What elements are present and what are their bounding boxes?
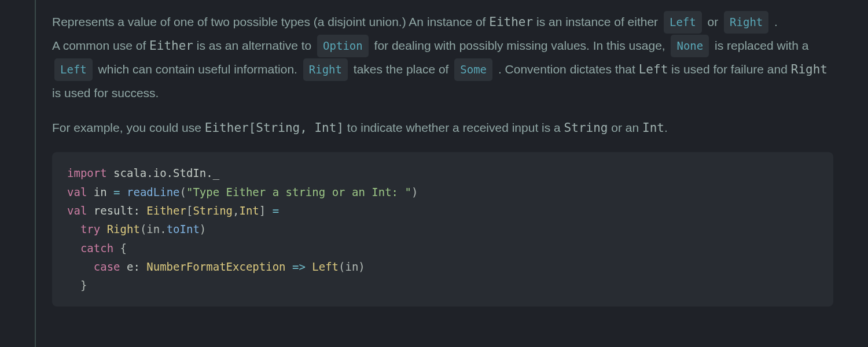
- code-punct: (in): [339, 260, 365, 273]
- text: or an: [608, 121, 642, 134]
- code-op: =: [273, 204, 279, 217]
- text: is as an alternative to: [193, 39, 315, 52]
- text: is used for failure and: [668, 62, 790, 76]
- code-punct: (in.: [140, 223, 167, 235]
- text: to indicate whether a received input is …: [344, 121, 564, 134]
- code-type: Int: [239, 204, 259, 217]
- code-punct: ,: [233, 204, 239, 217]
- link-right[interactable]: Right: [303, 58, 348, 81]
- code-punct: (: [180, 186, 186, 198]
- code-text: result:: [87, 204, 146, 217]
- code-text: [100, 223, 106, 235]
- text: .: [771, 15, 778, 28]
- code-keyword: try: [80, 223, 100, 235]
- doc-panel: Represents a value of one of two possibl…: [0, 0, 868, 347]
- code-text: [120, 186, 127, 198]
- code-punct: {: [113, 242, 127, 254]
- text: For example, you could use: [52, 121, 205, 134]
- code-string: "Type Either a string or an Int: ": [186, 186, 411, 198]
- code-type: Right: [107, 223, 140, 235]
- text: or: [704, 15, 722, 28]
- code-punct: [: [186, 204, 193, 217]
- link-left[interactable]: Left: [54, 58, 93, 81]
- code-indent: [67, 260, 94, 273]
- code-block: import scala.io.StdIn._ val in = readLin…: [52, 152, 833, 306]
- description-paragraph-1: Represents a value of one of two possibl…: [52, 10, 833, 105]
- code-text: scala.io.StdIn._: [107, 167, 219, 179]
- text: Represents a value of one of two possibl…: [52, 15, 489, 28]
- code-keyword: val: [67, 186, 87, 198]
- code-keyword: case: [94, 260, 120, 273]
- code-punct: ]: [259, 204, 273, 217]
- text: is replaced with a: [711, 39, 808, 52]
- code-inline-either: Either: [489, 15, 533, 29]
- code-inline-int: Int: [642, 121, 664, 135]
- text: takes the place of: [350, 62, 452, 76]
- text: . Convention dictates that: [495, 62, 639, 76]
- code-indent: [67, 279, 80, 291]
- text: A common use of: [52, 39, 149, 52]
- code-inline-string: String: [564, 121, 608, 135]
- link-left[interactable]: Left: [664, 11, 702, 34]
- code-type: Left: [312, 260, 339, 273]
- code-indent: [67, 223, 80, 235]
- text: for dealing with possibly missing values…: [371, 39, 669, 52]
- code-type: Either: [146, 204, 186, 217]
- description-paragraph-2: For example, you could use Either[String…: [52, 116, 833, 140]
- text: which can contain useful information.: [95, 62, 301, 76]
- code-type: String: [193, 204, 233, 217]
- code-punct: }: [80, 279, 87, 291]
- code-punct: ): [411, 186, 418, 198]
- code-op: =>: [286, 260, 312, 273]
- text: .: [664, 121, 668, 134]
- link-none[interactable]: None: [671, 35, 709, 57]
- code-function: toInt: [167, 223, 200, 235]
- text: is used for success.: [52, 86, 159, 99]
- code-inline-either-sig: Either[String, Int]: [205, 121, 344, 135]
- text: is an instance of either: [533, 15, 661, 28]
- code-inline-right: Right: [791, 62, 827, 76]
- link-option[interactable]: Option: [317, 35, 369, 57]
- code-type: NumberFormatException: [146, 260, 285, 273]
- code-keyword: catch: [80, 242, 113, 254]
- code-inline-left: Left: [639, 62, 668, 76]
- code-keyword: val: [67, 204, 87, 217]
- code-inline-either: Either: [149, 39, 193, 53]
- code-text: in: [87, 186, 113, 198]
- code-text: e:: [120, 260, 147, 273]
- quote-rule: [35, 0, 36, 347]
- code-punct: ): [200, 223, 206, 235]
- link-some[interactable]: Some: [454, 58, 492, 81]
- code-function: readLine: [127, 186, 180, 198]
- code-keyword: import: [67, 167, 107, 179]
- link-right[interactable]: Right: [724, 11, 768, 34]
- code-op: =: [113, 186, 120, 198]
- code-indent: [67, 242, 80, 254]
